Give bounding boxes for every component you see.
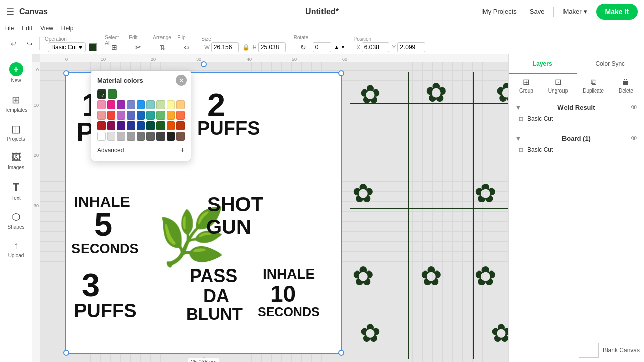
swatch-red-light[interactable]	[97, 111, 106, 120]
rotate-handle[interactable]	[201, 61, 207, 67]
projects-icon: ◫	[11, 123, 21, 135]
swatch-green[interactable]	[108, 89, 117, 99]
weld-result-header[interactable]: ▼ Weld Result 👁	[515, 101, 638, 113]
redo-button[interactable]: ↪	[23, 37, 36, 50]
swatch-red[interactable]	[107, 111, 116, 120]
swatch-pink-dark[interactable]	[107, 121, 116, 130]
color-selector[interactable]	[89, 43, 97, 51]
swatch-purple-mid[interactable]	[117, 111, 125, 120]
operation-select[interactable]: Basic Cut ▾	[48, 42, 86, 52]
weld-visibility-icon[interactable]: 👁	[631, 103, 638, 111]
leaf-r2c1: ✿	[352, 178, 374, 208]
operation-group: Operation Basic Cut ▾	[45, 35, 100, 52]
help-menu[interactable]: Help	[61, 25, 74, 32]
swatch-orange[interactable]	[167, 111, 175, 120]
lock-icon[interactable]: 🔒	[242, 44, 250, 51]
flip-label: Flip	[177, 35, 185, 40]
hamburger-menu[interactable]: ☰	[6, 6, 14, 17]
rotate-up-btn[interactable]: ▲	[334, 44, 339, 50]
weld-result-section: ▼ Weld Result 👁 ⊞ Basic Cut	[509, 97, 644, 128]
y-input[interactable]	[397, 42, 425, 52]
swatch-deep-orange[interactable]	[176, 111, 185, 120]
board-visibility-icon[interactable]: 👁	[631, 134, 638, 142]
board-section-header[interactable]: ▼ Board (1) 👁	[515, 132, 638, 144]
rotate-input[interactable]	[313, 42, 331, 52]
swatch-blue-dark[interactable]	[137, 111, 145, 120]
swatch-indigo-dark[interactable]	[127, 121, 135, 130]
swatch-purple-dark[interactable]	[117, 121, 125, 130]
width-input[interactable]	[211, 42, 239, 52]
swatch-yellow-light[interactable]	[167, 100, 175, 109]
swatch-pink[interactable]	[107, 100, 116, 109]
swatch-orange-light[interactable]	[176, 100, 185, 109]
arrange-button[interactable]: ⇅	[156, 41, 169, 54]
swatch-white[interactable]	[97, 132, 106, 141]
sidebar-item-new[interactable]: + New	[2, 58, 30, 87]
sidebar-item-upload[interactable]: ↑ Upload	[2, 236, 30, 262]
swatch-pink-light[interactable]	[97, 100, 106, 109]
delete-button[interactable]: 🗑 Delete	[619, 78, 633, 94]
right-panel: Layers Color Sync ⊞ Group ⊡ Ungroup ⧉ Du…	[508, 54, 644, 362]
swatch-blue-darkest[interactable]	[137, 121, 145, 130]
handle-top-left[interactable]	[63, 70, 69, 76]
sidebar-item-text[interactable]: T Text	[2, 176, 30, 205]
tab-color-sync[interactable]: Color Sync	[577, 54, 645, 74]
tab-layers[interactable]: Layers	[509, 54, 577, 74]
undo-button[interactable]: ↩	[7, 37, 20, 50]
board-basic-cut-item[interactable]: ⊞ Basic Cut	[515, 144, 638, 155]
swatch-brown[interactable]	[176, 132, 185, 141]
swatch-gray-dark[interactable]	[146, 132, 155, 141]
swatch-orange-dark[interactable]	[167, 121, 175, 130]
swatch-blue[interactable]	[137, 100, 145, 109]
handle-bottom-right[interactable]	[338, 350, 344, 356]
sidebar-item-projects[interactable]: ◫ Projects	[2, 119, 30, 146]
handle-top-right[interactable]	[338, 70, 344, 76]
weld-basic-cut-item[interactable]: ⊞ Basic Cut	[515, 113, 638, 124]
handle-bottom-left[interactable]	[63, 350, 69, 356]
swatch-indigo-light[interactable]	[127, 100, 135, 109]
file-menu[interactable]: File	[4, 25, 14, 32]
blank-canvas-area: Blank Canvas	[579, 343, 640, 358]
swatch-gray-lightest[interactable]	[107, 132, 116, 141]
leaf-r4c2: ✿	[491, 319, 508, 348]
sidebar-item-templates[interactable]: ⊞ Templates	[2, 89, 30, 117]
swatch-green-light[interactable]	[156, 100, 165, 109]
swatch-indigo[interactable]	[127, 111, 135, 120]
my-projects-button[interactable]: My Projects	[478, 6, 521, 17]
swatch-green-dark[interactable]	[156, 121, 165, 130]
swatch-gray-mid[interactable]	[137, 132, 145, 141]
height-input[interactable]	[258, 42, 286, 52]
save-button[interactable]: Save	[526, 6, 549, 17]
make-it-button[interactable]: Make It	[596, 4, 638, 20]
edit-section: ✂	[129, 41, 148, 54]
swatch-gray-darker[interactable]	[156, 132, 165, 141]
x-input[interactable]	[362, 42, 389, 52]
projects-label: Projects	[7, 136, 25, 142]
swatch-darkgreen[interactable]: ✓	[97, 89, 106, 99]
rotate-down-btn[interactable]: ▼	[341, 44, 346, 50]
view-menu[interactable]: View	[40, 25, 53, 32]
flip-button[interactable]: ⇔	[180, 41, 193, 54]
edit-menu[interactable]: Edit	[22, 25, 32, 32]
swatch-teal[interactable]	[146, 111, 155, 120]
swatch-gray-light[interactable]	[117, 132, 125, 141]
swatch-deep-orange-dark[interactable]	[176, 121, 185, 130]
swatch-teal-light[interactable]	[146, 100, 155, 109]
leaf-r3c1: ✿	[352, 261, 374, 291]
edit-button[interactable]: ✂	[132, 41, 145, 54]
swatch-gray[interactable]	[127, 132, 135, 141]
group-button[interactable]: ⊞ Group	[519, 77, 533, 94]
maker-button[interactable]: Maker ▾	[559, 6, 591, 17]
blank-canvas-thumb	[579, 343, 599, 358]
color-picker-close[interactable]: ✕	[176, 75, 187, 86]
swatch-green-mid[interactable]	[156, 111, 165, 120]
swatch-purple[interactable]	[117, 100, 125, 109]
advanced-row[interactable]: Advanced +	[97, 146, 185, 155]
swatch-teal-dark[interactable]	[146, 121, 155, 130]
swatch-gray-darkest[interactable]	[167, 132, 175, 141]
ungroup-button[interactable]: ⊡ Ungroup	[548, 77, 568, 94]
duplicate-button[interactable]: ⧉ Duplicate	[583, 78, 604, 94]
sidebar-item-shapes[interactable]: ⬡ Shapes	[2, 207, 30, 234]
sidebar-item-images[interactable]: 🖼 Images	[2, 148, 30, 174]
swatch-red-dark[interactable]	[97, 121, 106, 130]
